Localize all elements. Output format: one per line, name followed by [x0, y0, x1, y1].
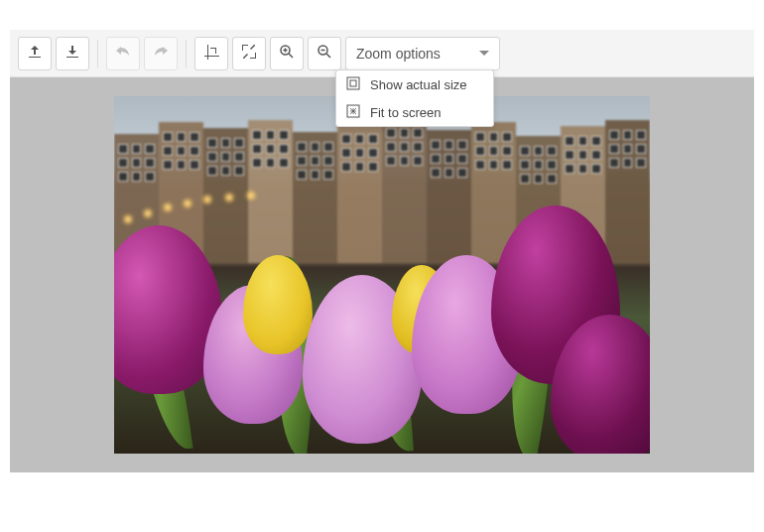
actual-size-icon — [346, 76, 360, 93]
toolbar: Zoom options Show actual size Fit to scr… — [10, 30, 754, 77]
zoom-in-button[interactable] — [270, 37, 304, 70]
crop-icon — [203, 44, 219, 64]
svg-rect-2 — [347, 77, 359, 89]
image-editor: Zoom options Show actual size Fit to scr… — [10, 30, 754, 472]
canvas-area[interactable] — [10, 77, 754, 472]
separator — [97, 40, 98, 67]
redo-icon — [153, 44, 169, 64]
resize-button[interactable] — [232, 37, 266, 70]
menu-item-label: Show actual size — [370, 77, 467, 92]
edited-image — [114, 96, 650, 454]
resize-icon — [241, 44, 257, 64]
save-button[interactable] — [56, 37, 89, 70]
zoom-out-button[interactable] — [308, 37, 341, 70]
zoom-options-menu: Show actual size Fit to screen — [335, 69, 494, 127]
zoom-actual-size-item[interactable]: Show actual size — [336, 70, 493, 98]
upload-icon — [27, 44, 43, 64]
zoom-fit-screen-item[interactable]: Fit to screen — [336, 98, 493, 126]
fit-screen-icon — [346, 104, 360, 121]
undo-icon — [115, 44, 131, 64]
zoom-in-icon — [279, 44, 295, 64]
crop-button[interactable] — [194, 37, 228, 70]
undo-button[interactable] — [106, 37, 140, 70]
open-button[interactable] — [18, 37, 52, 70]
redo-button[interactable] — [144, 37, 178, 70]
separator — [186, 40, 187, 67]
zoom-out-icon — [317, 44, 332, 64]
zoom-dropdown-label: Zoom options — [356, 46, 441, 62]
zoom-options-dropdown[interactable]: Zoom options — [345, 37, 500, 70]
menu-item-label: Fit to screen — [370, 105, 442, 120]
chevron-down-icon — [479, 51, 489, 56]
svg-rect-3 — [350, 80, 356, 86]
download-icon — [64, 44, 80, 64]
